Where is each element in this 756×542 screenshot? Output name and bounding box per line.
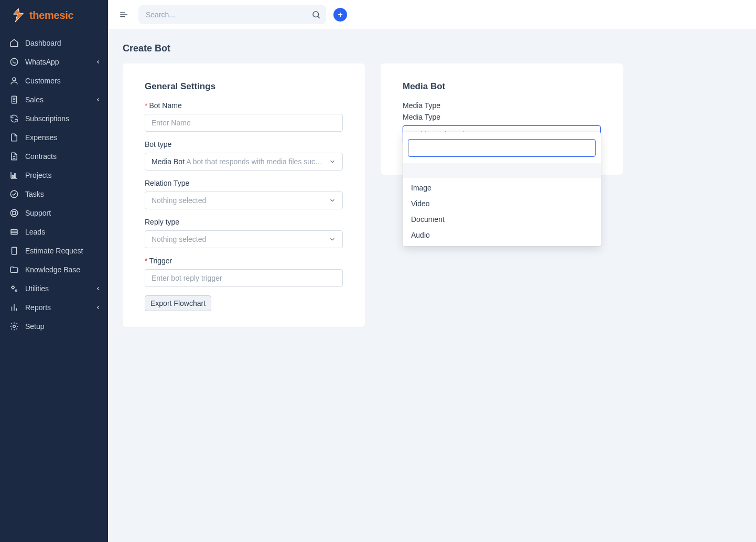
sidebar-item-reports[interactable]: Reports	[0, 298, 108, 317]
media-type-label: Media Type	[403, 101, 601, 110]
sidebar-item-label: Estimate Request	[25, 247, 83, 255]
label-text: Trigger	[149, 257, 172, 265]
select-value-strong: Media Bot	[152, 157, 185, 166]
chevron-down-icon	[329, 158, 336, 165]
svg-line-18	[15, 210, 17, 212]
sidebar-nav: Dashboard WhatsApp Customers Sales Subsc…	[0, 31, 108, 336]
sidebar-item-utilities[interactable]: Utilities	[0, 279, 108, 298]
sidebar-item-leads[interactable]: Leads	[0, 222, 108, 241]
field-label: Reply type	[145, 218, 343, 226]
dropdown-option-image[interactable]: Image	[403, 180, 601, 196]
field-label: *Bot Name	[145, 101, 343, 110]
svg-point-23	[12, 286, 15, 289]
inbox-icon	[9, 227, 19, 237]
sidebar-item-setup[interactable]: Setup	[0, 317, 108, 336]
sidebar-item-label: Support	[25, 209, 51, 217]
check-circle-icon	[9, 189, 19, 199]
select-value-desc: A bot that responds with media files suc…	[186, 157, 325, 166]
sidebar-item-dashboard[interactable]: Dashboard	[0, 34, 108, 52]
dropdown-search-input[interactable]	[408, 139, 596, 157]
brand-logo[interactable]: themesic	[0, 0, 108, 31]
svg-line-17	[12, 214, 13, 216]
home-icon	[9, 38, 19, 48]
sidebar-item-customers[interactable]: Customers	[0, 71, 108, 90]
svg-point-1	[13, 78, 16, 81]
sidebar-item-sales[interactable]: Sales	[0, 90, 108, 109]
bot-name-input[interactable]	[145, 114, 343, 132]
receipt-icon	[9, 95, 19, 104]
field-trigger: *Trigger	[145, 257, 343, 287]
cogs-icon	[9, 284, 19, 293]
select-value: Nothing selected	[152, 235, 206, 243]
sidebar-item-knowledge-base[interactable]: Knowledge Base	[0, 260, 108, 279]
sidebar-item-label: Sales	[25, 95, 44, 104]
field-label: Relation Type	[145, 179, 343, 187]
user-icon	[9, 76, 19, 86]
gear-icon	[9, 322, 19, 331]
dropdown-option-audio[interactable]: Audio	[403, 227, 601, 243]
sidebar-item-subscriptions[interactable]: Subscriptions	[0, 109, 108, 128]
dropdown-search-wrap	[403, 139, 601, 163]
media-bot-card: Media Bot Media Type Media Type Nothing …	[381, 63, 623, 175]
sidebar: themesic Dashboard WhatsApp Customers Sa…	[0, 0, 108, 542]
sidebar-item-label: Contracts	[25, 152, 57, 161]
chevron-down-icon	[329, 197, 336, 204]
file-icon	[9, 133, 19, 142]
menu-toggle-button[interactable]	[116, 7, 131, 22]
field-relation-type: Relation Type Nothing selected	[145, 179, 343, 209]
sidebar-item-projects[interactable]: Projects	[0, 166, 108, 185]
required-mark: *	[145, 257, 147, 265]
svg-rect-22	[12, 247, 17, 254]
whatsapp-icon	[9, 57, 19, 67]
export-flowchart-button[interactable]: Export Flowchart	[145, 295, 211, 311]
chevron-left-icon	[95, 59, 101, 65]
svg-line-33	[318, 16, 319, 18]
dropdown-option-document[interactable]: Document	[403, 211, 601, 227]
search-input[interactable]	[138, 5, 326, 24]
sidebar-item-expenses[interactable]: Expenses	[0, 128, 108, 147]
sidebar-item-label: Setup	[25, 322, 45, 331]
sidebar-item-label: WhatsApp	[25, 58, 59, 66]
svg-point-32	[313, 12, 319, 17]
topbar	[108, 0, 756, 29]
dropdown-blank-option[interactable]	[403, 163, 601, 178]
field-label: *Trigger	[145, 257, 343, 265]
sidebar-item-tasks[interactable]: Tasks	[0, 185, 108, 204]
sidebar-item-estimate-request[interactable]: Estimate Request	[0, 241, 108, 260]
svg-rect-19	[11, 230, 17, 235]
select-value: Nothing selected	[152, 196, 206, 205]
add-button[interactable]	[333, 8, 347, 22]
chevron-left-icon	[95, 286, 101, 291]
content: Create Bot General Settings *Bot Name Bo…	[108, 29, 756, 341]
card-title: Media Bot	[403, 81, 601, 92]
trigger-input[interactable]	[145, 269, 343, 287]
page-icon	[9, 246, 19, 256]
field-label: Bot type	[145, 140, 343, 148]
reply-type-select[interactable]: Nothing selected	[145, 230, 343, 248]
sidebar-item-contracts[interactable]: Contracts	[0, 147, 108, 166]
svg-line-15	[12, 210, 13, 212]
sidebar-item-support[interactable]: Support	[0, 204, 108, 222]
svg-line-16	[15, 214, 17, 216]
dropdown-option-video[interactable]: Video	[403, 196, 601, 211]
sidebar-item-label: Customers	[25, 77, 61, 85]
page-title: Create Bot	[123, 43, 741, 54]
svg-point-0	[10, 58, 18, 66]
main: Create Bot General Settings *Bot Name Bo…	[108, 0, 756, 542]
sidebar-item-label: Knowledge Base	[25, 265, 80, 274]
sidebar-item-label: Expenses	[25, 133, 57, 142]
select-value: Media Bot A bot that responds with media…	[152, 157, 325, 166]
svg-point-28	[13, 325, 16, 328]
bar-chart-icon	[9, 303, 19, 312]
sidebar-item-whatsapp[interactable]: WhatsApp	[0, 52, 108, 71]
refresh-icon	[9, 114, 19, 123]
sidebar-item-label: Subscriptions	[25, 114, 69, 123]
document-icon	[9, 152, 19, 161]
sidebar-item-label: Dashboard	[25, 39, 61, 47]
required-mark: *	[145, 101, 147, 110]
relation-type-select[interactable]: Nothing selected	[145, 192, 343, 209]
sidebar-item-label: Projects	[25, 171, 52, 179]
bot-type-select[interactable]: Media Bot A bot that responds with media…	[145, 153, 343, 171]
sidebar-item-label: Leads	[25, 228, 45, 236]
search-icon[interactable]	[311, 10, 321, 19]
